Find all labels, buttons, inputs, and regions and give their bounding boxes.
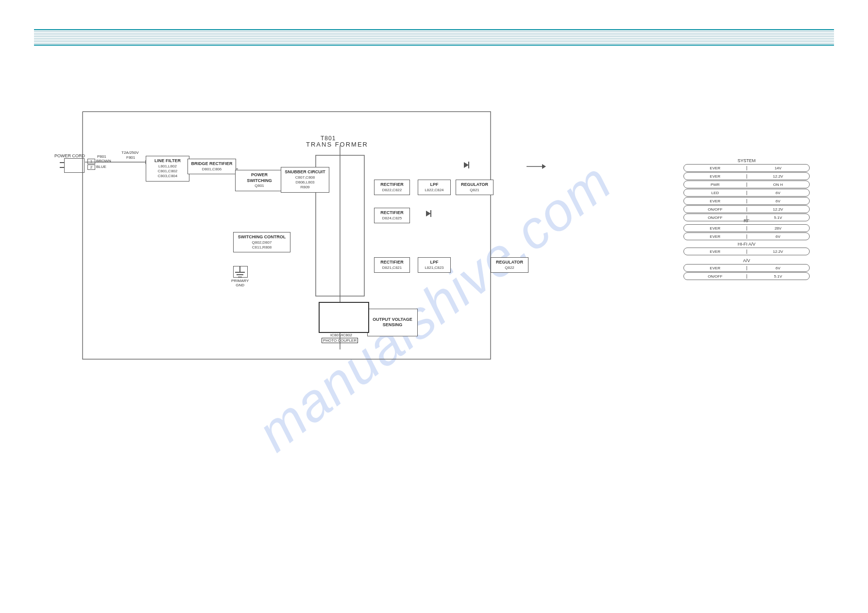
fuse-rating: T2A/250V: [121, 150, 139, 155]
output-pill: EVER12.2V: [683, 248, 810, 255]
output-head-hifi: HI-FI A/V: [683, 242, 810, 247]
output-pill: EVER28V: [683, 224, 810, 232]
rect1-sub: D822,C822: [377, 188, 407, 193]
label-power-cord: POWER CORD: [54, 153, 85, 158]
output-group-hifi: HI-FI A/V EVER12.2V: [683, 242, 810, 256]
lpf3-title: LPF: [421, 260, 447, 265]
reg3-sub: Q822: [494, 265, 525, 270]
block-regulator-3: REGULATOR Q822: [491, 257, 528, 273]
output-pill-key: LED: [684, 191, 747, 195]
plug-icon: [64, 158, 85, 173]
output-pill-value: 6V: [747, 199, 810, 203]
photo-coupler-ref: IC801/IC802: [330, 333, 352, 337]
ground-icon: [234, 266, 246, 280]
switching-control-title: SWITCHING CONTROL: [237, 234, 287, 240]
output-pill-value: 28V: [747, 226, 810, 231]
output-pill-value: 12.2V: [747, 249, 810, 254]
power-switching-title: POWER SWITCHING: [238, 172, 280, 183]
diode-icon: [460, 161, 473, 169]
output-pill-key: ON/OFF: [684, 207, 747, 212]
line-filter-title: LINE FILTER: [149, 158, 186, 164]
output-pill: EVER14V: [683, 164, 810, 172]
output-pill-key: EVER: [684, 249, 747, 254]
block-lpf-3: LPF L821,C823: [418, 257, 451, 273]
zener-icon: [422, 210, 435, 217]
output-pill-key: EVER: [684, 174, 747, 179]
photo-coupler: [319, 302, 369, 333]
block-snubber: SNUBBER CIRCUIT C807,C808 D806,L803 R809: [281, 167, 329, 193]
output-pill: ON/OFF12.2V: [683, 205, 810, 213]
output-pill-value: 6V: [747, 266, 810, 270]
switching-control-sub: Q802,D807 C811,R808: [237, 240, 287, 250]
wiring: [0, 0, 868, 613]
output-group-rf: RF EVER28VEVER6V: [683, 218, 810, 241]
snubber-sub: C807,C808 D806,L803 R809: [284, 175, 326, 190]
output-pill: EVER6V: [683, 197, 810, 205]
lpf1-sub: L822,C824: [421, 188, 447, 193]
output-group-system: SYSTEM EVER14VEVER12.2VPWRON HLED6VEVER6…: [683, 158, 810, 222]
rect2-title: RECTIFIER: [377, 210, 407, 216]
snubber-title: SNUBBER CIRCUIT: [284, 169, 326, 175]
output-pill-value: 14V: [747, 166, 810, 170]
cord-pin-1: 1: [87, 159, 95, 164]
rect2-sub: D824,C825: [377, 216, 407, 221]
line-filter-sub: L801,L802 C801,C802 C803,C804: [149, 164, 186, 179]
svg-marker-9: [464, 162, 469, 168]
photo-coupler-title: PHOTO COUPLER: [322, 338, 358, 343]
page: manualshive.com POWER CORD 1 2 BROWN BLU…: [0, 0, 868, 613]
block-switching-control: SWITCHING CONTROL Q802,D807 C811,R808: [233, 232, 290, 252]
reg1-title: REGULATOR: [459, 182, 490, 188]
primary-gnd-label: PRIMARY GND: [231, 279, 249, 287]
output-pill-value: ON H: [747, 182, 810, 187]
output-pill: EVER12.2V: [683, 172, 810, 180]
rect3-title: RECTIFIER: [377, 260, 407, 265]
block-rectifier-3: RECTIFIER D821,C821: [374, 257, 410, 273]
reg1-sub: Q821: [459, 188, 490, 193]
block-regulator-1: REGULATOR Q821: [456, 180, 494, 195]
output-pill-key: EVER: [684, 166, 747, 170]
block-output-voltage-sensing: OUTPUT VOLTAGE SENSING: [367, 309, 418, 336]
lpf3-sub: L821,C823: [421, 265, 447, 270]
block-line-filter: LINE FILTER L801,L802 C801,C802 C803,C80…: [146, 156, 189, 182]
output-group-av: A/V EVER6VON/OFF5.1V: [683, 258, 810, 281]
output-pill-key: EVER: [684, 199, 747, 203]
output-pill-value: 5.1V: [747, 274, 810, 279]
output-head-av: A/V: [683, 258, 810, 263]
output-pill-key: EVER: [684, 266, 747, 270]
rect1-title: RECTIFIER: [377, 182, 407, 188]
cord-pin-2: 2: [87, 165, 95, 170]
output-pill-key: EVER: [684, 226, 747, 231]
switch-ref: P801: [97, 154, 106, 159]
block-rectifier-2: RECTIFIER D824,C825: [374, 208, 410, 223]
transformer-title: TRANS FORMER: [306, 141, 368, 148]
block-power-switching: POWER SWITCHING Q801: [235, 170, 284, 191]
ovs-title: OUTPUT VOLTAGE SENSING: [371, 317, 414, 328]
output-pill: LED6V: [683, 189, 810, 197]
svg-marker-12: [542, 164, 546, 169]
output-head-rf: RF: [683, 218, 810, 223]
output-pill-key: ON/OFF: [684, 274, 747, 279]
bridge-sub: D801,C806: [191, 167, 233, 172]
output-pill-value: 6V: [747, 234, 810, 239]
output-pill: ON/OFF5.1V: [683, 272, 810, 280]
cord-color-1: BROWN: [96, 159, 111, 163]
output-pill-value: 12.2V: [747, 174, 810, 179]
block-bridge-rectifier: BRIDGE RECTIFIER D801,C806: [187, 159, 236, 174]
block-lpf-1: LPF L822,C824: [418, 180, 451, 195]
svg-marker-7: [426, 211, 431, 216]
output-pill: EVER6V: [683, 232, 810, 240]
block-rectifier-1: RECTIFIER D822,C822: [374, 180, 410, 195]
output-head-system: SYSTEM: [683, 158, 810, 163]
output-pill-key: PWR: [684, 182, 747, 187]
arrow-icon: [527, 163, 546, 170]
rect3-sub: D821,C821: [377, 265, 407, 270]
bridge-title: BRIDGE RECTIFIER: [191, 161, 233, 167]
power-switching-sub: Q801: [238, 183, 280, 188]
output-pill-value: 6V: [747, 191, 810, 195]
output-pill: EVER6V: [683, 264, 810, 272]
reg3-title: REGULATOR: [494, 260, 525, 265]
fuse-ref: F801: [126, 155, 135, 160]
cord-color-2: BLUE: [96, 165, 106, 169]
lpf1-title: LPF: [421, 182, 447, 188]
output-pill-key: EVER: [684, 234, 747, 239]
